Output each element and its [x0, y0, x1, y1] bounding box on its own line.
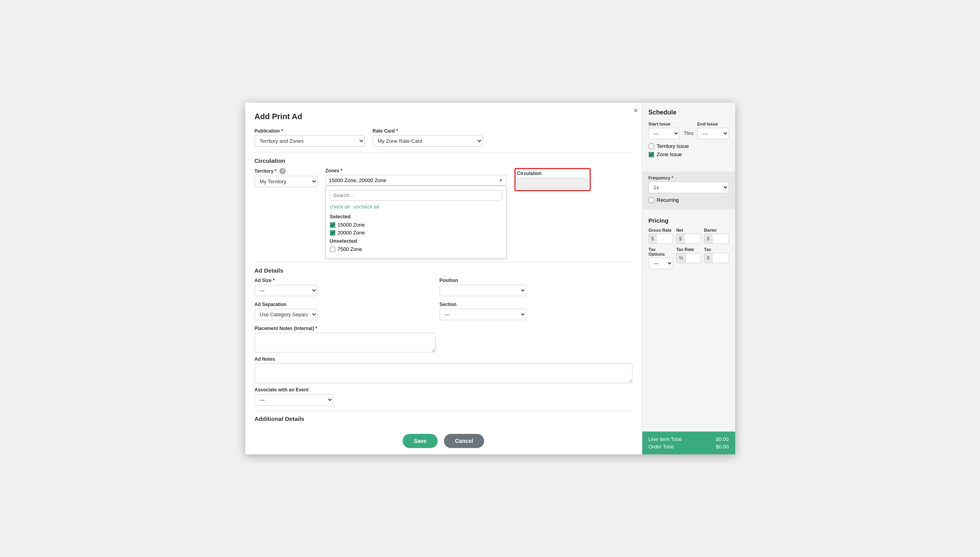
circulation-input: 35000 [517, 178, 588, 188]
recurring-checkbox[interactable] [649, 197, 654, 203]
order-total-row: Order Total $0.00 [649, 444, 729, 450]
zones-selected-display: 15000 Zone, 20000 Zone [329, 177, 386, 183]
territory-help-icon[interactable]: ? [279, 168, 286, 174]
frequency-select[interactable]: 1x [649, 182, 729, 193]
rate-card-label: Rate Card * [373, 128, 483, 134]
zone-issue-label: Zone Issue [657, 151, 682, 157]
placement-notes-label: Placement Notes (Internal) * [255, 326, 632, 331]
ad-details-title: Ad Details [255, 267, 632, 274]
territory-issue-label: Territory Issue [657, 143, 689, 149]
cancel-button[interactable]: Cancel [444, 434, 484, 448]
zones-selected-group-label: Selected [330, 214, 502, 219]
net-label: Net [676, 228, 701, 232]
check-all-link[interactable]: check all [330, 204, 350, 210]
zones-group: Zones * 15000 Zone, 20000 Zone ▼ check a… [325, 168, 507, 186]
pricing-section: Pricing Gross Rate $ 0.0000 Net $ 0.00 [649, 217, 729, 272]
publication-select[interactable]: Territory and Zones [255, 135, 365, 147]
territory-group: Territory * ? My Territory [255, 168, 318, 187]
zone-item-7500: 7500 Zone [330, 246, 502, 252]
divider-3 [255, 410, 632, 411]
tax-options-select[interactable]: — [649, 258, 673, 269]
ad-size-label: Ad Size * [255, 278, 318, 283]
line-item-total-label: Line Item Total [649, 436, 682, 442]
gross-rate-input[interactable]: 0.0000 [656, 234, 673, 243]
tax-rate-input[interactable]: 0.0000 [686, 253, 701, 263]
publication-group: Publication * Territory and Zones [255, 128, 365, 147]
zone-issue-row: Zone Issue [649, 151, 729, 157]
zones-links: check all uncheck all [330, 204, 502, 210]
barter-label: Barter [704, 228, 729, 232]
end-issue-select[interactable]: — [697, 128, 729, 139]
territory-label: Territory * ? [255, 168, 318, 174]
start-issue-label: Start Issue [649, 122, 680, 126]
section-group: Section — [440, 302, 526, 320]
pub-ratecard-row: Publication * Territory and Zones Rate C… [255, 128, 632, 147]
zones-dropdown-trigger[interactable]: 15000 Zone, 20000 Zone ▼ [325, 175, 507, 186]
zone-item-15000: 15000 Zone [330, 222, 502, 228]
associate-event-label: Associate with an Event [255, 387, 632, 393]
position-select[interactable] [440, 285, 526, 296]
territory-select[interactable]: My Territory [255, 176, 318, 187]
adsize-position-row: Ad Size * — Position [255, 278, 632, 296]
net-input-group: $ 0.00 [676, 234, 701, 244]
zone-15000-checkbox[interactable] [330, 222, 335, 228]
rate-card-select[interactable]: My Zone Rate Card [373, 135, 483, 147]
close-button[interactable]: × [634, 107, 638, 115]
sidebar-title: Schedule [649, 109, 729, 116]
gross-rate-currency-icon: $ [649, 234, 657, 243]
tax-input[interactable]: 0.00 [712, 253, 729, 263]
zone-20000-label: 20000 Zone [338, 230, 365, 236]
gross-rate-group: Gross Rate $ 0.0000 [649, 228, 673, 244]
territory-issue-checkbox[interactable] [649, 144, 654, 149]
associate-event-select[interactable]: — [255, 394, 333, 406]
issue-row: Start Issue — Thru End Issue — [649, 122, 729, 139]
pricing-title: Pricing [649, 217, 729, 224]
publication-label: Publication * [255, 128, 365, 134]
ad-notes-textarea[interactable] [255, 363, 632, 383]
line-item-row: Line Item Total $0.00 [649, 436, 729, 442]
additional-details-title: Additional Details [255, 415, 632, 422]
adsep-section-row: Ad Separation Use Category Separation Se… [255, 302, 632, 320]
start-issue-select[interactable]: — [649, 128, 680, 139]
circulation-group: Circulation 35000 [514, 168, 591, 191]
save-button[interactable]: Save [403, 434, 438, 448]
zone-issue-checkbox[interactable] [649, 152, 654, 157]
section-label: Section [440, 302, 526, 307]
zone-7500-checkbox[interactable] [330, 247, 335, 252]
zones-arrow-icon: ▼ [499, 178, 503, 183]
ad-size-select[interactable]: — [255, 285, 318, 296]
zone-20000-checkbox[interactable] [330, 230, 335, 236]
uncheck-all-link[interactable]: uncheck all [353, 204, 379, 210]
tax-rate-group: Tax Rate % 0.0000 [676, 247, 701, 269]
tax-input-group: $ 0.00 [704, 253, 729, 263]
barter-input[interactable]: 0.00 [712, 234, 729, 243]
recurring-row: Recurring [649, 197, 729, 203]
zones-search-input[interactable] [330, 190, 502, 201]
gross-rate-input-group: $ 0.0000 [649, 234, 673, 244]
position-group: Position [440, 278, 526, 296]
end-issue-label: End Issue [697, 122, 729, 126]
ad-separation-group: Ad Separation Use Category Separation [255, 302, 318, 320]
tax-row: Tax Options — Tax Rate % 0.0000 Tax $ [649, 247, 729, 269]
barter-currency-icon: $ [704, 234, 712, 243]
ad-separation-select[interactable]: Use Category Separation [255, 309, 318, 320]
gross-net-barter-row: Gross Rate $ 0.0000 Net $ 0.00 Barter [649, 228, 729, 244]
section-select[interactable]: — [440, 309, 526, 320]
tax-label: Tax [704, 247, 729, 252]
ad-size-group: Ad Size * — [255, 278, 318, 296]
associate-event-group: Associate with an Event — [255, 387, 632, 406]
order-total-label: Order Total [649, 444, 674, 450]
zones-label: Zones * [325, 168, 507, 173]
net-input[interactable]: 0.00 [684, 234, 701, 243]
tax-rate-input-group: % 0.0000 [676, 253, 701, 263]
placement-notes-group: Placement Notes (Internal) * [255, 326, 632, 352]
placement-notes-textarea[interactable] [255, 333, 436, 352]
barter-group: Barter $ 0.00 [704, 228, 729, 244]
tax-rate-label: Tax Rate [676, 247, 701, 252]
modal-footer: Save Cancel [255, 426, 632, 454]
net-currency-icon: $ [677, 234, 684, 243]
territory-issue-row: Territory Issue [649, 143, 729, 149]
tax-options-label: Tax Options [649, 247, 673, 256]
zone-7500-label: 7500 Zone [338, 246, 362, 252]
circulation-label: Circulation [517, 171, 588, 176]
